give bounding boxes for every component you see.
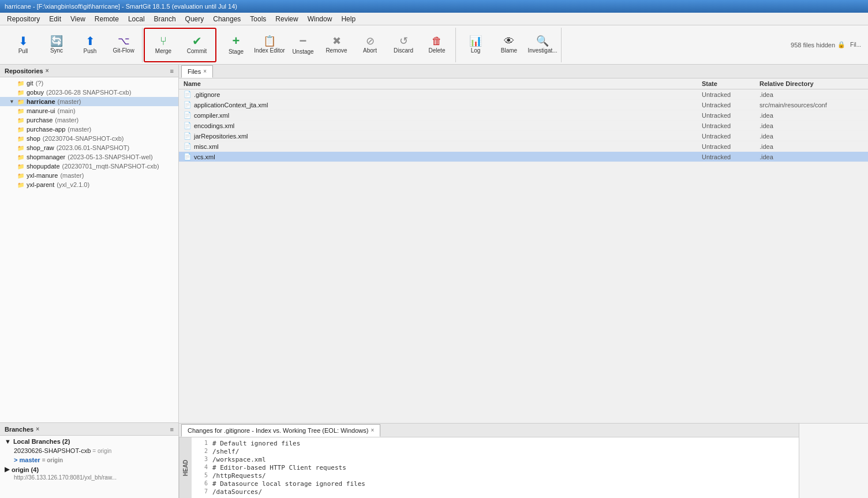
file-row[interactable]: 📄applicationContext_jta.xmlUntrackedsrc/… — [179, 100, 868, 110]
repo-icon-purchase-app: 📁 — [17, 126, 24, 133]
sync-button[interactable]: 🔄 Sync — [40, 29, 73, 61]
branch-item-20230626[interactable]: 20230626-SHAPSHOT-cxb = origin — [0, 446, 178, 455]
file-row[interactable]: 📄.gitignoreUntracked.idea — [179, 89, 868, 100]
file-name-cell: 📄vcs.xml — [184, 153, 702, 160]
repo-item-purchase-app[interactable]: 📁purchase-app (master) — [0, 125, 178, 134]
repo-item-gobuy[interactable]: 📁gobuy (2023-06-28 SNAPSHOT-cxb) — [0, 88, 178, 97]
repo-item-git[interactable]: 📁git (?) — [0, 78, 178, 88]
repositories-title: Repositories — [5, 68, 43, 74]
menu-item-review[interactable]: Review — [271, 14, 302, 24]
abort-label: Abort — [363, 47, 377, 54]
pull-icon: ⬇ — [18, 35, 28, 47]
menu-item-query[interactable]: Query — [181, 14, 209, 24]
local-branches-label: Local Branches (2) — [13, 438, 70, 445]
repo-item-yxl-manure[interactable]: 📁yxl-manure (master) — [0, 171, 178, 180]
log-label: Log — [471, 47, 481, 54]
menu-item-branch[interactable]: Branch — [149, 14, 181, 24]
push-button[interactable]: ⬆ Push — [74, 29, 106, 61]
menu-item-window[interactable]: Window — [303, 14, 337, 24]
repo-item-manure-ui[interactable]: 📁manure-ui (main) — [0, 106, 178, 115]
repositories-panel-header: Repositories × ≡ — [0, 65, 178, 77]
branch-item-master[interactable]: > master = origin — [0, 455, 178, 465]
diff-line-number: 2 — [196, 448, 208, 455]
changes-tab[interactable]: Changes for .gitignore - Index vs. Worki… — [181, 424, 380, 437]
abort-button[interactable]: ⊘ Abort — [354, 29, 386, 61]
col-dir[interactable]: Relative Directory — [760, 80, 863, 87]
diff-line-content: /dataSources/ — [212, 488, 262, 496]
repo-item-yxl-parent[interactable]: 📁yxl-parent (yxl_v2.1.0) — [0, 180, 178, 189]
toolbar: ⬇ Pull 🔄 Sync ⬆ Push ⌥ Git-Flow ⑂ Merge … — [0, 25, 868, 65]
discard-button[interactable]: ↺ Discard — [387, 29, 420, 61]
file-dir-cell: .idea — [760, 122, 863, 129]
repo-item-purchase[interactable]: 📁purchase (master) — [0, 115, 178, 125]
file-name-text: encodings.xml — [194, 122, 234, 129]
file-icon: 📄 — [184, 91, 192, 98]
discard-label: Discard — [394, 47, 413, 54]
repo-item-shopmanager[interactable]: 📁shopmanager (2023-05-13-SNAPSHOT-wel) — [0, 152, 178, 162]
file-row[interactable]: 📄jarRepositories.xmlUntracked.idea — [179, 131, 868, 141]
delete-icon: 🗑 — [432, 36, 442, 46]
repositories-menu-button[interactable]: ≡ — [170, 68, 174, 74]
repo-item-shop[interactable]: 📁shop (20230704-SNAPSHOT-cxb) — [0, 134, 178, 143]
file-name-cell: 📄applicationContext_jta.xml — [184, 101, 702, 108]
diff-line-content: /shelf/ — [212, 448, 239, 455]
file-row[interactable]: 📄misc.xmlUntracked.idea — [179, 141, 868, 152]
merge-button[interactable]: ⑂ Merge — [147, 29, 179, 61]
diff-line: 5/httpRequests/ — [196, 472, 794, 480]
diff-line-content: /httpRequests/ — [212, 472, 266, 480]
repo-item-shop_raw[interactable]: 📁shop_raw (2023.06.01-SNAPSHOT) — [0, 143, 178, 152]
filter-icon[interactable]: 🔒 — [837, 41, 845, 48]
log-button[interactable]: 📊 Log — [459, 29, 492, 61]
delete-button[interactable]: 🗑 Delete — [421, 29, 453, 61]
commit-button[interactable]: ✔ Commit — [181, 29, 213, 61]
blame-icon: 👁 — [504, 36, 514, 46]
menu-item-repository[interactable]: Repository — [2, 14, 44, 24]
remove-button[interactable]: ✖ Remove — [320, 29, 353, 61]
repo-icon-manure-ui: 📁 — [17, 108, 24, 114]
stage-label: Stage — [229, 48, 244, 55]
local-branches-header[interactable]: ▼ Local Branches (2) — [0, 437, 178, 446]
pull-button[interactable]: ⬇ Pull — [7, 29, 39, 61]
stage-button[interactable]: + Stage — [220, 29, 252, 61]
repo-item-shopupdate[interactable]: 📁shopupdate (20230701_mqtt-SNAPSHOT-cxb) — [0, 162, 178, 171]
file-state-cell: Untracked — [702, 133, 760, 140]
menu-item-remote[interactable]: Remote — [90, 14, 124, 24]
changes-tab-close[interactable]: × — [371, 427, 374, 433]
diff-line: 1# Default ignored files — [196, 440, 794, 447]
repositories-close-button[interactable]: × — [46, 68, 49, 74]
branches-panel-header: Branches × ≡ — [0, 423, 178, 436]
branches-menu-button[interactable]: ≡ — [170, 426, 174, 433]
git-flow-button[interactable]: ⌥ Git-Flow — [107, 29, 140, 61]
index-editor-button[interactable]: 📋 Index Editor — [253, 29, 286, 61]
file-row[interactable]: 📄encodings.xmlUntracked.idea — [179, 121, 868, 131]
repo-name-gobuy: gobuy — [27, 89, 44, 96]
fil-label[interactable]: Fil... — [848, 42, 863, 48]
menu-item-edit[interactable]: Edit — [44, 14, 66, 24]
col-state[interactable]: State — [702, 80, 760, 87]
file-row[interactable]: 📄vcs.xmlUntracked.idea — [179, 152, 868, 162]
repo-item-harricane[interactable]: ▼📁harricane (master) — [0, 97, 178, 106]
file-row[interactable]: 📄compiler.xmlUntracked.idea — [179, 110, 868, 121]
investigate-icon: 🔍 — [536, 36, 549, 46]
repo-icon-gobuy: 📁 — [17, 89, 24, 96]
menu-item-help[interactable]: Help — [336, 14, 360, 24]
files-tab-close[interactable]: × — [203, 68, 207, 74]
menu-item-changes[interactable]: Changes — [208, 14, 245, 24]
origin-header[interactable]: ▶ origin (4) — [0, 465, 178, 474]
repo-icon-purchase: 📁 — [17, 117, 24, 123]
diff-line-number: 3 — [196, 456, 208, 463]
origin-expand-icon: ▶ — [5, 466, 9, 473]
col-name[interactable]: Name — [184, 80, 702, 87]
branches-close-button[interactable]: × — [36, 426, 39, 432]
files-tab[interactable]: Files × — [181, 65, 213, 78]
unstage-button[interactable]: − Unstage — [287, 29, 319, 61]
menu-item-view[interactable]: View — [66, 14, 90, 24]
investigate-button[interactable]: 🔍 Investigat... — [526, 29, 559, 61]
repo-branch-git: (?) — [36, 80, 43, 87]
menu-item-tools[interactable]: Tools — [245, 14, 271, 24]
menu-item-local[interactable]: Local — [124, 14, 149, 24]
file-icon: 📄 — [184, 101, 192, 108]
commit-icon: ✔ — [192, 35, 202, 47]
file-name-cell: 📄.gitignore — [184, 91, 702, 98]
blame-button[interactable]: 👁 Blame — [493, 29, 525, 61]
